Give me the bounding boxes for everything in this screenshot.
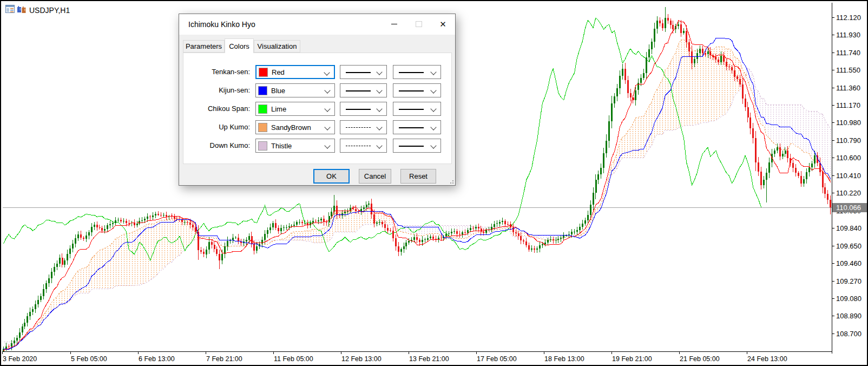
time-axis-label: 13 Feb 21:00 xyxy=(409,355,449,363)
time-axis-label: 5 Feb 05:00 xyxy=(71,355,107,363)
current-price-badge: 110.066 xyxy=(832,203,868,212)
color-dropdown-lime[interactable]: Lime xyxy=(255,102,335,116)
time-axis-label: 21 Feb 05:00 xyxy=(680,355,720,363)
line-solid-glyph xyxy=(346,90,371,92)
time-axis-label: 17 Feb 05:00 xyxy=(477,355,517,363)
line-width-dropdown[interactable] xyxy=(393,83,441,97)
line-style-dropdown[interactable] xyxy=(340,139,387,153)
price-axis-label: 111.550 xyxy=(836,66,860,74)
dialog-titlebar[interactable]: Ichimoku Kinko Hyo ✕ xyxy=(179,14,455,35)
tab-visualization[interactable]: Visualization xyxy=(254,40,300,53)
price-axis-label: 110.410 xyxy=(836,172,861,180)
chevron-down-icon xyxy=(430,142,436,148)
price-axis-label: 112.120 xyxy=(836,14,861,22)
chevron-down-icon xyxy=(376,106,382,112)
color-dropdown-red[interactable]: Red xyxy=(255,65,335,79)
price-axis-label: 111.360 xyxy=(836,84,860,92)
color-swatch xyxy=(258,123,267,132)
resize-grip[interactable] xyxy=(448,178,453,184)
price-axis-label: 109.270 xyxy=(836,277,862,285)
color-name: Red xyxy=(272,68,285,76)
minimize-button[interactable] xyxy=(382,14,406,34)
chevron-down-icon xyxy=(376,87,382,93)
time-axis-label: 18 Feb 13:00 xyxy=(544,355,584,363)
line-solid-glyph xyxy=(399,90,424,92)
price-axis-label: 111.740 xyxy=(836,49,860,57)
line-solid-glyph xyxy=(346,109,371,110)
colors-tab-page: Tenkan-sen:RedKijun-sen:BlueChikou Span:… xyxy=(183,53,452,164)
price-axis-label: 110.790 xyxy=(836,136,861,145)
price-axis-label: 109.650 xyxy=(836,242,862,250)
line-dashed-glyph xyxy=(346,146,371,146)
reset-button[interactable]: Reset xyxy=(400,169,436,184)
price-axis-label: 108.890 xyxy=(836,312,862,320)
time-axis-label: 6 Feb 13:00 xyxy=(139,355,175,363)
line-solid-glyph xyxy=(399,72,424,73)
chevron-down-icon xyxy=(430,69,436,75)
price-axis-label: 110.980 xyxy=(836,119,861,127)
color-dropdown-sandybrown[interactable]: SandyBrown xyxy=(255,120,335,134)
chevron-down-icon xyxy=(324,106,330,112)
color-name: Lime xyxy=(271,105,286,113)
price-axis-label: 109.080 xyxy=(836,295,862,303)
close-icon: ✕ xyxy=(439,20,446,28)
line-width-dropdown[interactable] xyxy=(393,102,441,116)
tab-parameters[interactable]: Parameters xyxy=(183,40,225,53)
color-name: Blue xyxy=(271,87,285,95)
chevron-down-icon xyxy=(430,106,436,112)
ichimoku-settings-dialog: Ichimoku Kinko Hyo ✕ Parameters Colors V… xyxy=(179,14,456,186)
row-label-kijunsen: Kijun-sen: xyxy=(185,83,250,97)
close-button[interactable]: ✕ xyxy=(431,14,455,34)
color-dropdown-thistle[interactable]: Thistle xyxy=(255,139,335,153)
time-axis-label: 11 Feb 05:00 xyxy=(274,355,313,363)
time-axis-label: 12 Feb 13:00 xyxy=(341,355,382,363)
line-solid-glyph xyxy=(346,72,371,73)
row-label-tenkansen: Tenkan-sen: xyxy=(185,65,250,79)
time-axis-label: 19 Feb 21:00 xyxy=(612,355,652,363)
time-axis-label: 24 Feb 13:00 xyxy=(747,355,787,363)
chevron-down-icon xyxy=(430,124,436,130)
price-axis-label: 111.930 xyxy=(836,31,860,39)
line-solid-glyph xyxy=(399,109,424,110)
symbol-period-label: USDJPY,H1 xyxy=(29,6,70,15)
price-axis-label: 110.220 xyxy=(836,189,861,197)
color-swatch xyxy=(259,68,268,77)
maximize-icon xyxy=(416,21,422,27)
line-solid-glyph xyxy=(399,127,424,128)
chart-bars-icon xyxy=(17,5,27,14)
maximize-button[interactable] xyxy=(406,14,431,34)
chevron-down-icon xyxy=(430,87,436,93)
chevron-down-icon xyxy=(324,142,330,148)
line-width-dropdown[interactable] xyxy=(393,65,441,79)
line-width-dropdown[interactable] xyxy=(393,120,441,134)
dialog-title: Ichimoku Kinko Hyo xyxy=(188,20,255,29)
price-axis-label: 109.840 xyxy=(836,224,862,232)
color-name: SandyBrown xyxy=(271,123,311,132)
price-axis-label: 110.600 xyxy=(836,154,861,162)
mt5-chart-window: 112.120111.930111.740111.550111.360111.1… xyxy=(0,0,868,366)
cancel-button[interactable]: Cancel xyxy=(359,169,391,184)
chevron-down-icon xyxy=(324,69,330,75)
color-swatch xyxy=(258,141,267,151)
color-dropdown-blue[interactable]: Blue xyxy=(255,83,335,97)
row-label-upkumo: Up Kumo: xyxy=(185,120,250,134)
line-solid-glyph xyxy=(399,146,424,147)
chevron-down-icon xyxy=(324,124,330,130)
line-style-dropdown[interactable] xyxy=(340,102,387,116)
svg-text:110.066: 110.066 xyxy=(836,204,861,212)
line-style-dropdown[interactable] xyxy=(340,83,387,97)
color-swatch xyxy=(258,86,267,95)
price-axis-label: 111.170 xyxy=(836,101,860,109)
line-width-dropdown[interactable] xyxy=(393,139,441,153)
line-style-dropdown[interactable] xyxy=(340,65,387,79)
chevron-down-icon xyxy=(376,142,382,148)
color-name: Thistle xyxy=(271,142,292,150)
color-swatch xyxy=(258,104,267,114)
price-axis-label: 109.460 xyxy=(836,259,862,267)
line-dashed-glyph xyxy=(346,127,371,128)
tab-colors[interactable]: Colors xyxy=(225,38,254,53)
row-label-chikouspan: Chikou Span: xyxy=(185,102,250,116)
minimize-icon xyxy=(391,24,397,24)
ok-button[interactable]: OK xyxy=(313,169,350,184)
line-style-dropdown[interactable] xyxy=(340,120,387,134)
